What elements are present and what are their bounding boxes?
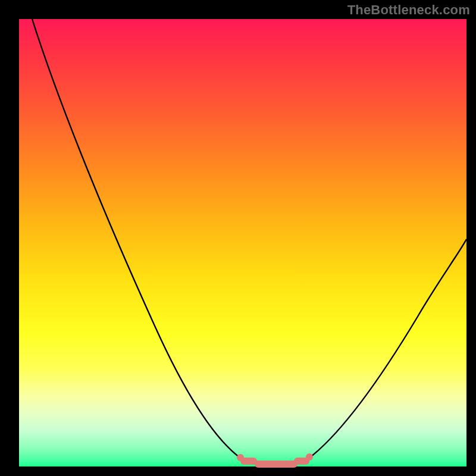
bottleneck-curve [19, 19, 466, 466]
plot-area [19, 19, 466, 466]
chart-stage: TheBottleneck.com [0, 0, 476, 476]
watermark-text: TheBottleneck.com [347, 4, 470, 17]
